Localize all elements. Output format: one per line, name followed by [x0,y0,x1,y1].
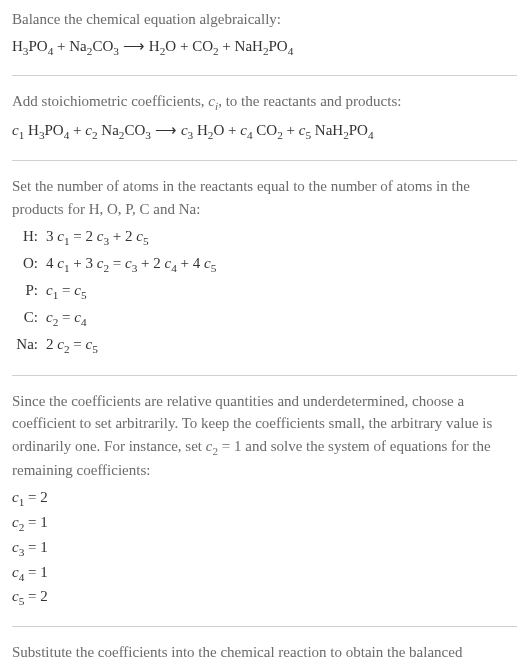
divider [12,75,517,76]
section-substitute: Substitute the coefficients into the che… [12,641,517,667]
coefficient-solutions: c1 = 2 c2 = 1 c3 = 1 c4 = 1 c5 = 2 [12,486,517,610]
divider [12,626,517,627]
reactant-1: H3PO4 [12,38,53,54]
atom-equation: 4 c1 + 3 c2 = c3 + 2 c4 + 4 c5 [42,251,220,278]
atom-equation: 3 c1 = 2 c3 + 2 c5 [42,224,220,251]
stoich-text: Add stoichiometric coefficients, ci, to … [12,90,517,115]
atom-label: P: [12,278,42,305]
atom-equation: 2 c2 = c5 [42,332,220,359]
coeff-solution: c5 = 2 [12,585,517,610]
section-stoichiometric: Add stoichiometric coefficients, ci, to … [12,90,517,144]
product-2: CO2 [192,38,218,54]
divider [12,160,517,161]
atom-equation: c1 = c5 [42,278,220,305]
coeff-solution: c3 = 1 [12,536,517,561]
product-3: NaH2PO4 [235,38,294,54]
reactant-2: Na2CO3 [69,38,119,54]
table-row: H: 3 c1 = 2 c3 + 2 c5 [12,224,220,251]
table-row: C: c2 = c4 [12,305,220,332]
section-atom-balance: Set the number of atoms in the reactants… [12,175,517,358]
product-1: H2O [149,38,176,54]
atom-equation: c2 = c4 [42,305,220,332]
coeff-solution: c4 = 1 [12,561,517,586]
unbalanced-equation: H3PO4 + Na2CO3 ⟶ H2O + CO2 + NaH2PO4 [12,35,517,60]
substitute-text: Substitute the coefficients into the che… [12,641,517,667]
table-row: Na: 2 c2 = c5 [12,332,220,359]
coeff-equation: c1 H3PO4 + c2 Na2CO3 ⟶ c3 H2O + c4 CO2 +… [12,119,517,144]
coeff-solution: c2 = 1 [12,511,517,536]
solve-text: Since the coefficients are relative quan… [12,390,517,482]
table-row: O: 4 c1 + 3 c2 = c3 + 2 c4 + 4 c5 [12,251,220,278]
coeff-solution: c1 = 2 [12,486,517,511]
atom-label: O: [12,251,42,278]
table-row: P: c1 = c5 [12,278,220,305]
atom-label: Na: [12,332,42,359]
atom-label: H: [12,224,42,251]
divider [12,375,517,376]
intro-text: Balance the chemical equation algebraica… [12,8,517,31]
section-balance-intro: Balance the chemical equation algebraica… [12,8,517,59]
section-solve: Since the coefficients are relative quan… [12,390,517,611]
atom-label: C: [12,305,42,332]
reaction-arrow: ⟶ [119,35,149,58]
atom-balance-text: Set the number of atoms in the reactants… [12,175,517,220]
atoms-equations-table: H: 3 c1 = 2 c3 + 2 c5 O: 4 c1 + 3 c2 = c… [12,224,220,358]
